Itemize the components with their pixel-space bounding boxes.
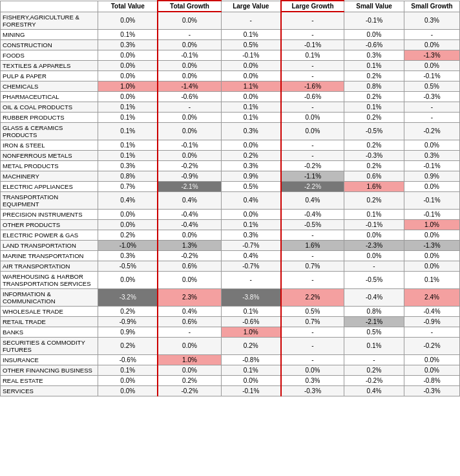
data-cell: -0.3% — [281, 385, 344, 396]
data-cell: 0.0% — [404, 181, 459, 191]
data-cell: -3.2% — [98, 288, 158, 306]
row-label-cell: MARINE TRANSPORTATION — [1, 250, 98, 261]
table-row: PULP & PAPER0.0%0.0%0.0%-0.2%-0.1% — [1, 70, 460, 81]
data-cell: 0.0% — [221, 60, 281, 70]
data-cell: 0.3% — [221, 230, 281, 240]
data-cell: 2.2% — [281, 288, 344, 306]
data-cell: -0.9% — [404, 316, 459, 327]
data-cell: 0.0% — [158, 337, 221, 354]
data-cell: -0.1% — [404, 191, 459, 209]
data-cell: 0.0% — [158, 271, 221, 288]
row-label-cell: PULP & PAPER — [1, 70, 98, 81]
data-cell: 0.0% — [404, 261, 459, 271]
data-cell: 0.6% — [158, 316, 221, 327]
data-cell: 0.0% — [98, 50, 158, 60]
row-label-cell: SECURITIES & COMMODITY FUTURES — [1, 337, 98, 354]
data-cell: 0.0% — [404, 39, 459, 50]
header-total-value: Total Value — [98, 1, 158, 12]
main-table-container: Total Value Total Growth Large Value Lar… — [0, 0, 460, 396]
data-cell: 0.1% — [221, 219, 281, 230]
data-cell: 0.2% — [344, 91, 404, 102]
row-label-cell: FISHERY,AGRICULTURE & FORESTRY — [1, 12, 98, 29]
data-cell: -0.1% — [344, 12, 404, 29]
header-small-value: Small Value — [344, 1, 404, 12]
row-label-cell: BANKS — [1, 327, 98, 337]
row-label-cell: SERVICES — [1, 385, 98, 396]
table-row: TEXTILES & APPARELS0.0%0.0%0.0%-0.1%0.0% — [1, 60, 460, 70]
data-cell: 0.8% — [344, 81, 404, 91]
data-cell: - — [281, 271, 344, 288]
data-cell: 0.2% — [344, 160, 404, 171]
data-cell: - — [158, 29, 221, 39]
data-cell: 0.0% — [158, 150, 221, 160]
data-cell: -0.2% — [158, 250, 221, 261]
data-cell: 0.3% — [281, 375, 344, 385]
header-small-growth: Small Growth — [404, 1, 459, 12]
data-cell: 0.0% — [404, 354, 459, 365]
data-cell: 0.4% — [98, 191, 158, 209]
data-cell: 0.0% — [344, 230, 404, 240]
data-cell: 0.0% — [98, 375, 158, 385]
data-cell: - — [404, 112, 459, 122]
data-cell: 0.4% — [344, 385, 404, 396]
data-cell: 0.0% — [221, 209, 281, 219]
data-cell: -0.6% — [98, 354, 158, 365]
data-cell: 0.0% — [404, 230, 459, 240]
data-cell: 1.6% — [344, 181, 404, 191]
data-cell: - — [281, 337, 344, 354]
data-cell: - — [221, 271, 281, 288]
data-cell: -0.4% — [404, 306, 459, 316]
row-label-cell: INSURANCE — [1, 354, 98, 365]
data-cell: 0.0% — [98, 70, 158, 81]
row-label-cell: CHEMICALS — [1, 81, 98, 91]
data-cell: 0.1% — [98, 122, 158, 140]
data-cell: 0.0% — [221, 70, 281, 81]
row-label-cell: AIR TRANSPORTATION — [1, 261, 98, 271]
data-cell: 0.3% — [344, 50, 404, 60]
data-cell: 0.4% — [281, 191, 344, 209]
data-cell: 0.3% — [221, 160, 281, 171]
row-label-cell: INFORMATION & COMMUNICATION — [1, 288, 98, 306]
data-cell: 0.6% — [158, 261, 221, 271]
data-cell: 0.1% — [221, 29, 281, 39]
data-cell: 0.9% — [98, 327, 158, 337]
data-cell: 0.0% — [158, 39, 221, 50]
data-cell: -0.1% — [158, 140, 221, 150]
data-cell: -0.6% — [221, 316, 281, 327]
data-cell: 0.2% — [344, 140, 404, 150]
data-cell: - — [281, 230, 344, 240]
data-cell: 0.0% — [281, 112, 344, 122]
data-cell: 0.5% — [281, 306, 344, 316]
table-row: WAREHOUSING & HARBOR TRANSPORTATION SERV… — [1, 271, 460, 288]
data-cell: 0.0% — [98, 12, 158, 29]
data-cell: - — [344, 354, 404, 365]
table-row: MARINE TRANSPORTATION0.3%-0.2%0.4%-0.0%0… — [1, 250, 460, 261]
data-cell: 0.0% — [158, 60, 221, 70]
data-cell: -0.4% — [158, 209, 221, 219]
table-row: IRON & STEEL0.1%-0.1%0.0%-0.2%0.0% — [1, 140, 460, 150]
table-row: TRANSPORTATION EQUIPMENT0.4%0.4%0.4%0.4%… — [1, 191, 460, 209]
data-cell: 0.2% — [98, 337, 158, 354]
data-cell: - — [281, 354, 344, 365]
table-row: OTHER PRODUCTS0.0%-0.4%0.1%-0.5%-0.1%1.0… — [1, 219, 460, 230]
table-row: PHARMACEUTICAL0.0%-0.6%0.0%-0.6%0.2%-0.3… — [1, 91, 460, 102]
table-row: AIR TRANSPORTATION-0.5%0.6%-0.7%0.7%-0.0… — [1, 261, 460, 271]
data-cell: -0.5% — [344, 271, 404, 288]
data-cell: 0.0% — [404, 250, 459, 261]
data-cell: 0.1% — [221, 306, 281, 316]
row-label-cell: METAL PRODUCTS — [1, 160, 98, 171]
data-cell: 0.0% — [158, 365, 221, 375]
data-cell: 0.8% — [344, 306, 404, 316]
data-cell: 0.2% — [221, 337, 281, 354]
data-cell: -1.0% — [98, 240, 158, 250]
data-cell: 0.9% — [221, 171, 281, 181]
row-label-cell: OTHER FINANCING BUSINESS — [1, 365, 98, 375]
table-row: CONSTRUCTION0.3%0.0%0.5%-0.1%-0.6%0.0% — [1, 39, 460, 50]
table-row: ELECTRIC POWER & GAS0.2%0.0%0.3%-0.0%0.0… — [1, 230, 460, 240]
data-cell: 0.3% — [98, 160, 158, 171]
data-cell: 0.1% — [98, 29, 158, 39]
data-cell: 0.8% — [98, 171, 158, 181]
data-cell: 0.5% — [404, 81, 459, 91]
data-cell: 0.3% — [404, 150, 459, 160]
row-label-cell: NONFERROUS METALS — [1, 150, 98, 160]
